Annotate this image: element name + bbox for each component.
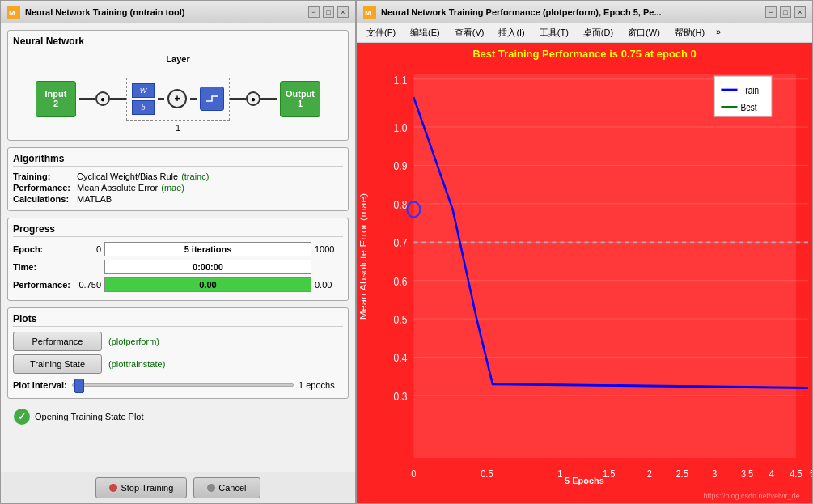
right-title-text: Neural Network Training Performance (plo…: [381, 7, 662, 17]
time-bar: 0:00:00: [104, 260, 311, 274]
input-num: 2: [53, 99, 58, 108]
algorithms-section: Algorithms Training: Cyclical Weight/Bia…: [7, 147, 349, 211]
chart-svg: 1.1 1.0 0.9 0.8 0.7 0.6 0.5 0.4 0.3 Mean…: [357, 65, 812, 503]
layer-bottom-num: 1: [176, 124, 180, 133]
output-label: Output: [286, 89, 315, 99]
perf-bar-text: 0.00: [199, 280, 216, 290]
progress-header: Progress: [13, 223, 343, 237]
progress-section: Progress Epoch: 0 5 iterations 1000 Time…: [7, 218, 349, 301]
cancel-dot: [207, 484, 215, 492]
training-state-plot-row: Training State (plottrainstate): [13, 354, 343, 374]
matlab-icon: M: [7, 6, 20, 19]
menu-window[interactable]: 窗口(W): [621, 25, 667, 40]
epoch-bar-text: 5 iterations: [184, 244, 232, 254]
legend-train-label: Train: [741, 85, 760, 95]
epoch-right-val: 1000: [315, 244, 343, 254]
status-check-icon: ✓: [14, 409, 30, 425]
menu-tools[interactable]: 工具(T): [533, 25, 575, 40]
b-box: b: [132, 100, 155, 115]
menu-edit[interactable]: 编辑(E): [404, 25, 447, 40]
algorithms-header: Algorithms: [13, 153, 343, 167]
input-label: Input: [45, 89, 67, 99]
epoch-row: Epoch: 0 5 iterations 1000: [13, 242, 343, 256]
input-box: Input 2: [36, 81, 76, 117]
svg-text:1.0: 1.0: [394, 121, 408, 134]
training-state-plot-button[interactable]: Training State: [13, 354, 102, 374]
svg-rect-4: [413, 74, 796, 458]
plot-area: Best Training Performance is 0.75 at epo…: [357, 43, 812, 503]
algo-label-performance: Performance:: [13, 183, 74, 193]
performance-plot-link[interactable]: (plotperform): [108, 337, 159, 346]
menu-file[interactable]: 文件(F): [360, 25, 402, 40]
cancel-button[interactable]: Cancel: [193, 477, 260, 498]
input-circle: ●: [95, 91, 110, 106]
algo-value-training: Cyclical Weight/Bias Rule: [77, 172, 178, 181]
connector-4: [190, 98, 197, 100]
time-bar-text: 0:00:00: [193, 262, 223, 272]
right-panel: M Neural Network Training Performance (p…: [356, 0, 813, 504]
wb-container: W b: [132, 83, 155, 115]
bottom-buttons: Stop Training Cancel: [1, 472, 355, 503]
algo-row-training: Training: Cyclical Weight/Bias Rule (tra…: [13, 172, 343, 181]
matlab-icon-right: M: [363, 6, 376, 19]
step-function-icon: [205, 93, 219, 104]
right-menubar: 文件(F) 编辑(E) 查看(V) 插入(I) 工具(T) 桌面(D) 窗口(W…: [357, 23, 812, 43]
connector-1: [79, 98, 95, 100]
menu-more[interactable]: »: [713, 25, 724, 40]
svg-text:M: M: [365, 9, 371, 17]
right-close-button[interactable]: ×: [794, 6, 806, 18]
performance-plot-row: Performance (plotperform): [13, 332, 343, 351]
legend-best-label: Best: [741, 102, 757, 112]
algo-row-performance: Performance: Mean Absolute Error (mae): [13, 183, 343, 193]
menu-help[interactable]: 帮助(H): [668, 25, 711, 40]
time-label: Time:: [13, 262, 74, 272]
slider-thumb[interactable]: [74, 379, 84, 393]
algo-link-performance[interactable]: (mae): [161, 183, 184, 193]
perf-left-val: 0.750: [77, 280, 101, 290]
right-restore-button[interactable]: □: [780, 6, 791, 18]
algo-value-performance: Mean Absolute Error: [77, 183, 158, 193]
svg-text:0.5: 0.5: [394, 313, 408, 326]
plot-interval-label: Plot Interval:: [13, 380, 67, 390]
stop-training-button[interactable]: Stop Training: [95, 477, 187, 498]
output-num: 1: [298, 99, 303, 108]
status-line: ✓ Opening Training State Plot: [7, 405, 349, 428]
minimize-button[interactable]: −: [308, 6, 320, 18]
training-state-plot-link[interactable]: (plottrainstate): [108, 359, 165, 369]
menu-insert[interactable]: 插入(I): [492, 25, 531, 40]
menu-desktop[interactable]: 桌面(D): [577, 25, 620, 40]
epoch-bar: 5 iterations: [104, 242, 311, 256]
menu-view[interactable]: 查看(V): [448, 25, 491, 40]
svg-text:0.6: 0.6: [394, 275, 408, 288]
perf-bar: 0.00: [104, 277, 311, 292]
connector-6: [260, 98, 277, 100]
neural-network-header: Neural Network: [13, 36, 343, 49]
stop-training-dot: [109, 484, 117, 492]
plot-interval-slider-container: [72, 377, 294, 393]
left-content: Neural Network Layer Input 2 ●: [1, 23, 355, 472]
titlebar-left: M Neural Network Training (nntrain tool): [7, 6, 184, 19]
titlebar-buttons: − □ ×: [308, 6, 349, 18]
layer-label: Layer: [166, 54, 189, 64]
algo-link-training[interactable]: (trainc): [181, 172, 209, 181]
plot-interval-value: 1 epochs: [299, 380, 343, 390]
watermark: https://blog.csdn.net/velvir_de...: [703, 492, 806, 500]
time-row: Time: 0:00:00: [13, 260, 343, 274]
close-button[interactable]: ×: [337, 6, 349, 18]
right-titlebar-buttons: − □ ×: [765, 6, 806, 18]
svg-text:Mean Absolute Error  (mae): Mean Absolute Error (mae): [358, 193, 369, 320]
plots-header: Plots: [13, 313, 343, 327]
output-circle: ●: [246, 91, 260, 106]
perf-row: Performance: 0.750 0.00 0.00: [13, 277, 343, 292]
perf-label: Performance:: [13, 280, 74, 290]
right-minimize-button[interactable]: −: [765, 6, 777, 18]
x-axis-label: 5 Epochs: [357, 474, 812, 487]
maximize-button[interactable]: □: [323, 6, 334, 18]
neural-network-section: Neural Network Layer Input 2 ●: [7, 30, 349, 141]
w-box: W: [132, 83, 155, 98]
epoch-label: Epoch:: [13, 244, 74, 254]
svg-text:0.8: 0.8: [394, 198, 408, 211]
svg-text:0.3: 0.3: [394, 390, 408, 403]
right-titlebar-left: M Neural Network Training Performance (p…: [363, 6, 662, 19]
performance-plot-button[interactable]: Performance: [13, 332, 102, 351]
